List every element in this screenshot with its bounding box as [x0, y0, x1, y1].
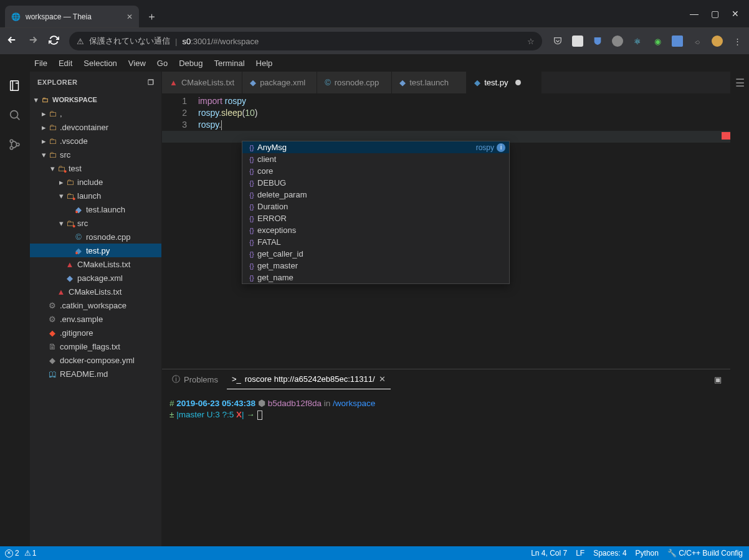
menubar: FileEditSelectionViewGoDebugTerminalHelp	[0, 54, 749, 72]
bitwarden-icon[interactable]	[592, 36, 603, 47]
forward-icon[interactable]	[27, 34, 39, 48]
tree-item--catkin-workspace[interactable]: ⚙.catkin_workspace	[30, 298, 161, 312]
suggest-widget[interactable]: {}AnyMsgrospyi{}client{}core{}DEBUG{}del…	[242, 141, 510, 284]
terminal-label: roscore http://a65242eb85ec:11311/	[245, 374, 375, 384]
menu-debug[interactable]: Debug	[179, 59, 203, 68]
tree-item-src[interactable]: ▾🗀src	[30, 148, 161, 161]
suggest-item-core[interactable]: {}core	[242, 165, 509, 177]
tree-item-test-py[interactable]: ◆●test.py	[30, 244, 161, 257]
new-tab-button[interactable]: ＋	[146, 9, 157, 24]
status-lang[interactable]: Python	[636, 549, 659, 558]
close-tab-icon[interactable]: ✕	[126, 12, 133, 21]
status-lncol[interactable]: Ln 4, Col 7	[531, 549, 567, 558]
close-window-icon[interactable]: ✕	[732, 9, 739, 19]
status-build[interactable]: 🔧 C/C++ Build Config	[667, 549, 743, 558]
suggest-item-fatal[interactable]: {}FATAL	[242, 236, 509, 248]
warnings-icon[interactable]: ⚠	[24, 549, 31, 558]
browser-titlebar: 🌐 workspace — Theia ✕ ＋ — ▢ ✕	[0, 0, 749, 28]
tree-root[interactable]: ▾🗀WORKSPACE	[30, 93, 161, 107]
tree-item--devcontainer[interactable]: ▸🗀.devcontainer	[30, 120, 161, 134]
errors-count[interactable]: 2	[15, 549, 19, 558]
tree-item-include[interactable]: ▸🗀include	[30, 175, 161, 189]
tree-item-rosnode-cpp[interactable]: ©rosnode.cpp	[30, 230, 161, 244]
ext-icon-4[interactable]	[612, 36, 623, 47]
address-bar[interactable]: ⚠ 保護されていない通信 | s0:3001/#/workspace ☆	[69, 32, 542, 50]
warnings-count[interactable]: 1	[32, 549, 37, 558]
suggest-item-debug[interactable]: {}DEBUG	[242, 177, 509, 189]
extensions-row: ⚛ ◉ ⪦ ⋮	[552, 36, 743, 47]
explorer-icon[interactable]	[8, 79, 22, 95]
suggest-item-client[interactable]: {}client	[242, 153, 509, 165]
suggest-item-delete_param[interactable]: {}delete_param	[242, 189, 509, 201]
scm-icon[interactable]	[8, 138, 22, 153]
tree-item--gitignore[interactable]: ◆.gitignore	[30, 326, 161, 339]
term-time: 2019-06-23 05:43:38	[176, 399, 255, 408]
suggest-item-get_caller_id[interactable]: {}get_caller_id	[242, 248, 509, 260]
search-icon[interactable]	[8, 108, 22, 124]
tree-item-compile-flags-txt[interactable]: 🗎compile_flags.txt	[30, 339, 161, 353]
editor-tab-cmakelists-txt[interactable]: ▲CMakeLists.txt	[162, 72, 242, 93]
browser-tab[interactable]: 🌐 workspace — Theia ✕	[5, 6, 139, 27]
menu-edit[interactable]: Edit	[59, 59, 72, 68]
suggest-item-exceptions[interactable]: {}exceptions	[242, 224, 509, 236]
ext-icon-7[interactable]	[672, 36, 683, 47]
tab-problems[interactable]: ⓘ Problems	[167, 369, 223, 389]
share-icon[interactable]: ⪦	[692, 36, 703, 47]
errors-icon[interactable]: ✕	[5, 549, 13, 558]
suggest-item-error[interactable]: {}ERROR	[242, 212, 509, 224]
problems-label: Problems	[184, 375, 218, 384]
svg-point-2	[10, 146, 13, 149]
back-icon[interactable]	[6, 34, 17, 48]
tree-item-docker-compose-yml[interactable]: ◆docker-compose.yml	[30, 353, 161, 367]
profile-icon[interactable]	[712, 36, 723, 47]
file-tree[interactable]: ▾🗀WORKSPACE▸🗀,▸🗀.devcontainer▸🗀.vscode▾🗀…	[30, 93, 161, 546]
maximize-panel-icon[interactable]: ▣	[714, 375, 722, 384]
menu-go[interactable]: Go	[157, 59, 168, 68]
suggest-item-anymsg[interactable]: {}AnyMsgrospyi	[242, 141, 509, 153]
status-indent[interactable]: Spaces: 4	[593, 549, 626, 558]
suggest-item-get_master[interactable]: {}get_master	[242, 260, 509, 272]
tree-item-test[interactable]: ▾🗀●test	[30, 161, 161, 175]
menu-terminal[interactable]: Terminal	[214, 59, 244, 68]
tree-item-launch[interactable]: ▾🗀●launch	[30, 189, 161, 202]
tree-item--vscode[interactable]: ▸🗀.vscode	[30, 134, 161, 148]
tree-item--env-sample[interactable]: ⚙.env.sample	[30, 312, 161, 326]
sidebar: EXPLORER ❐ ▾🗀WORKSPACE▸🗀,▸🗀.devcontainer…	[30, 72, 162, 546]
pocket-icon[interactable]	[552, 36, 563, 47]
multi-window-icon[interactable]: ❐	[148, 78, 155, 87]
maximize-icon[interactable]: ▢	[711, 9, 719, 19]
tree-item-src[interactable]: ▾🗀●src	[30, 216, 161, 230]
panel-tools: ▣	[714, 375, 725, 384]
tree-item-test-launch[interactable]: ◆●test.launch	[30, 202, 161, 216]
terminal[interactable]: # 2019-06-23 05:43:38 ⬢ b5dadb12f8da in …	[162, 389, 730, 546]
editor-tabs: ▲CMakeLists.txt◆package.xml©rosnode.cpp◆…	[162, 72, 730, 93]
react-icon[interactable]: ⚛	[632, 36, 643, 47]
tree-item-cmakelists-txt[interactable]: ▲CMakeLists.txt	[30, 257, 161, 271]
editor-tab-test-py[interactable]: ◆test.py	[467, 72, 541, 93]
menu-view[interactable]: View	[128, 59, 146, 68]
suggest-item-get_name[interactable]: {}get_name	[242, 272, 509, 283]
editor-tab-rosnode-cpp[interactable]: ©rosnode.cpp	[317, 72, 392, 93]
suggest-item-duration[interactable]: {}Duration	[242, 201, 509, 212]
editor-tab-test-launch[interactable]: ◆test.launch	[392, 72, 467, 93]
tree-item-readme-md[interactable]: 🕮README.md	[30, 367, 161, 381]
status-eol[interactable]: LF	[576, 549, 584, 558]
editor-tab-package-xml[interactable]: ◆package.xml	[242, 72, 317, 93]
tree-item-package-xml[interactable]: ◆package.xml	[30, 271, 161, 285]
star-icon[interactable]: ☆	[527, 37, 535, 46]
minimap-error-marker[interactable]	[722, 132, 730, 140]
kebab-icon[interactable]: ⋮	[732, 36, 743, 47]
tab-terminal[interactable]: >_ roscore http://a65242eb85ec:11311/ ✕	[227, 369, 391, 389]
url-rest: :3001/#/workspace	[191, 37, 259, 46]
ext-icon-2[interactable]	[572, 36, 583, 47]
ext-icon-6[interactable]: ◉	[652, 36, 663, 47]
tree-item--[interactable]: ▸🗀,	[30, 107, 161, 120]
tree-item-cmakelists-txt[interactable]: ▲CMakeLists.txt	[30, 285, 161, 298]
minimize-icon[interactable]: —	[690, 9, 699, 19]
menu-selection[interactable]: Selection	[83, 59, 117, 68]
reload-icon[interactable]	[49, 35, 59, 48]
menu-help[interactable]: Help	[256, 59, 273, 68]
close-terminal-icon[interactable]: ✕	[379, 374, 386, 384]
menu-file[interactable]: File	[34, 59, 47, 68]
outline-icon[interactable]: ☰	[735, 77, 745, 90]
